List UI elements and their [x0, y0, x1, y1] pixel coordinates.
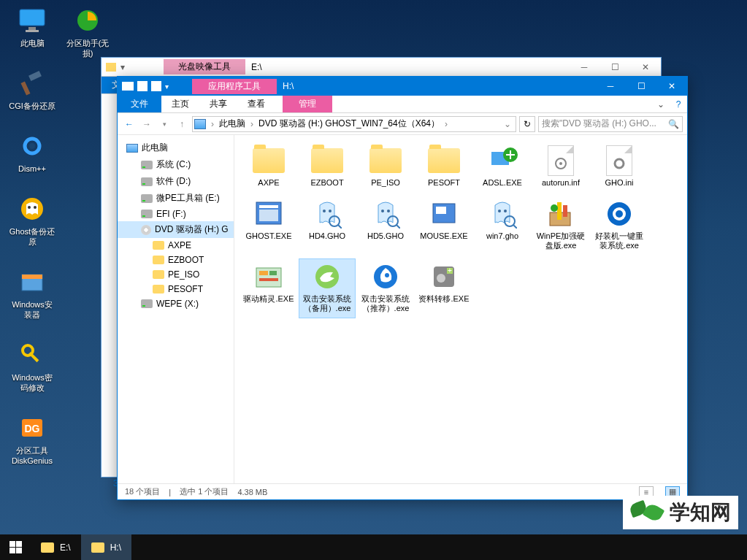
refresh-button[interactable]: ↻: [519, 116, 535, 132]
tree-node[interactable]: 此电脑: [118, 139, 234, 156]
tree-node[interactable]: 微PE工具箱 (E:): [118, 190, 234, 207]
desktop-icon-partition[interactable]: 分区助手(无损): [64, 6, 111, 58]
maximize-button[interactable]: ☐: [626, 77, 656, 96]
file-name: MOUSE.EXE: [420, 231, 467, 241]
file-name: 驱动精灵.EXE: [243, 294, 294, 304]
back-button[interactable]: ←: [122, 117, 137, 131]
desktop-icon-ghost[interactable]: Ghost备份还原: [9, 194, 55, 247]
desktop-icon-diskgenius[interactable]: DG 分区工具DiskGenius: [9, 413, 55, 466]
desktop-icon-this-pc[interactable]: 此电脑: [9, 6, 55, 48]
address-bar[interactable]: › 此电脑 › DVD 驱动器 (H:) GHOST_WIN7_64位（X64）…: [192, 116, 516, 132]
help-button[interactable]: ?: [670, 96, 687, 112]
taskbar[interactable]: E:\ H:\: [0, 534, 747, 560]
file-item[interactable]: 驱动精灵.EXE: [240, 258, 297, 318]
file-item[interactable]: PE_ISO: [357, 142, 414, 193]
file-item[interactable]: HD5.GHO: [357, 196, 414, 256]
file-item[interactable]: 双击安装系统（推荐）.exe: [357, 258, 414, 318]
file-item[interactable]: GHO.ini: [591, 142, 648, 193]
svg-text:DG: DG: [25, 423, 40, 434]
bg-context-tab[interactable]: 光盘映像工具: [164, 59, 245, 74]
quick-access-toolbar: ▾: [118, 81, 192, 91]
file-list[interactable]: AXPEEZBOOTPE_ISOPESOFTADSL.EXEautorun.in…: [234, 135, 687, 483]
qat-dropdown-icon[interactable]: ▾: [165, 83, 169, 91]
qat-btn-1[interactable]: [137, 81, 148, 91]
tree-node[interactable]: EZBOOT: [118, 253, 234, 267]
forward-button[interactable]: →: [139, 117, 154, 131]
tree-node[interactable]: PE_ISO: [118, 267, 234, 282]
tree-node-label: 此电脑: [142, 142, 168, 154]
file-item[interactable]: PESOFT: [415, 142, 472, 193]
svg-point-36: [504, 210, 507, 212]
search-icon[interactable]: 🔍: [668, 119, 679, 129]
file-item[interactable]: 双击安装系统（备用）.exe: [299, 258, 356, 318]
qat-btn-2[interactable]: [151, 81, 161, 91]
minimize-button[interactable]: ─: [595, 77, 626, 96]
tree-node[interactable]: WEPE (X:): [118, 296, 234, 311]
search-box[interactable]: 搜索"DVD 驱动器 (H:) GHO... 🔍: [538, 116, 683, 132]
desktop-icon-password[interactable]: Windows密码修改: [9, 340, 55, 393]
ghost-icon: [18, 194, 47, 223]
tab-share[interactable]: 共享: [199, 96, 237, 112]
title-bar[interactable]: ▾ 应用程序工具 H:\ ─ ☐ ✕: [118, 77, 687, 96]
file-name: GHOST.EXE: [246, 231, 292, 241]
taskbar-item-h[interactable]: H:\: [81, 534, 131, 560]
file-icon: [310, 199, 345, 229]
up-button[interactable]: ↑: [175, 117, 189, 131]
address-dropdown-icon[interactable]: ⌄: [501, 119, 514, 129]
file-icon: [543, 199, 578, 229]
close-button[interactable]: ✕: [656, 77, 687, 96]
file-item[interactable]: ADSL.EXE: [474, 142, 531, 193]
file-icon: [485, 199, 520, 229]
file-name: AXPE: [258, 178, 279, 188]
maximize-button[interactable]: ☐: [599, 59, 630, 75]
file-item[interactable]: EZBOOT: [299, 142, 356, 193]
gear-icon: [18, 131, 47, 161]
tab-manage[interactable]: 管理: [283, 96, 332, 112]
file-item[interactable]: HD4.GHO: [299, 196, 356, 256]
bg-qat: ▾: [101, 62, 164, 72]
svg-point-6: [29, 143, 35, 149]
svg-rect-49: [259, 278, 278, 281]
file-item[interactable]: win7.gho: [474, 196, 531, 256]
ribbon-expand-icon[interactable]: ⌄: [652, 96, 670, 112]
file-icon: [310, 262, 345, 291]
breadcrumb-drive[interactable]: DVD 驱动器 (H:) GHOST_WIN7_64位（X64）: [256, 118, 443, 130]
file-icon: [485, 146, 520, 175]
taskbar-item-e[interactable]: E:\: [31, 534, 81, 560]
file-item[interactable]: autorun.inf: [532, 142, 589, 193]
desktop-icon-wininstaller[interactable]: Windows安装器: [9, 267, 55, 320]
tree-node[interactable]: 系统 (C:): [118, 156, 234, 173]
context-tab[interactable]: 应用程序工具: [192, 79, 277, 94]
recent-dropdown-icon[interactable]: ▾: [157, 117, 172, 131]
tree-node[interactable]: DVD 驱动器 (H:) G: [118, 221, 234, 238]
tree-node[interactable]: EFI (F:): [118, 207, 234, 221]
tree-node[interactable]: 软件 (D:): [118, 173, 234, 190]
file-item[interactable]: 好装机一键重装系统.exe: [591, 196, 648, 256]
svg-line-28: [338, 225, 342, 229]
minimize-button[interactable]: ─: [569, 59, 599, 75]
file-item[interactable]: MOUSE.EXE: [415, 196, 472, 256]
file-name: 双击安装系统（推荐）.exe: [359, 294, 412, 313]
navigation-tree[interactable]: 此电脑系统 (C:)软件 (D:)微PE工具箱 (E:)EFI (F:)DVD …: [118, 135, 234, 483]
file-item[interactable]: AXPE: [240, 142, 297, 193]
breadcrumb-this-pc[interactable]: 此电脑: [216, 118, 248, 130]
file-item[interactable]: WinPE加强硬盘版.exe: [532, 196, 589, 256]
tree-node[interactable]: AXPE: [118, 238, 234, 253]
tree-node-label: 系统 (C:): [156, 158, 191, 171]
file-item[interactable]: GHOST.EXE: [240, 196, 297, 256]
file-icon: [251, 199, 286, 229]
close-button[interactable]: ✕: [630, 59, 661, 75]
file-tab[interactable]: 文件: [118, 96, 161, 112]
start-button[interactable]: [0, 534, 31, 560]
svg-rect-3: [28, 71, 42, 81]
tab-view[interactable]: 查看: [237, 96, 275, 112]
desktop-icon-cgi[interactable]: CGI备份还原: [9, 69, 55, 111]
tree-node[interactable]: PESOFT: [118, 282, 234, 296]
file-name: PESOFT: [428, 178, 460, 188]
tab-home[interactable]: 主页: [161, 96, 199, 112]
file-name: GHO.ini: [605, 178, 633, 188]
desktop-icon-dism[interactable]: Dism++: [9, 131, 55, 174]
bg-title-bar[interactable]: ▾ 光盘映像工具 E:\ ─ ☐ ✕: [101, 58, 661, 77]
file-item[interactable]: +资料转移.EXE: [415, 258, 472, 318]
search-placeholder: 搜索"DVD 驱动器 (H:) GHO...: [542, 118, 656, 130]
